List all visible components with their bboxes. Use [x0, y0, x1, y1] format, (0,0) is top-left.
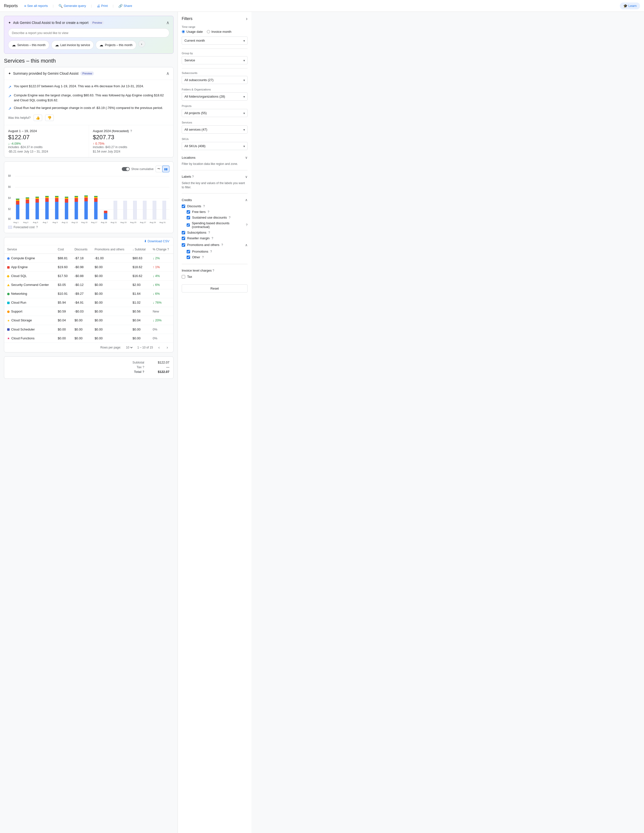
cell-change: ↓ 76% — [150, 298, 173, 307]
cell-discounts: -$9.27 — [71, 289, 92, 298]
chips-next-button[interactable]: › — [138, 40, 145, 47]
cell-cost: $3.05 — [55, 280, 71, 289]
credits-header[interactable]: Credits ∧ — [182, 196, 248, 203]
other-help-icon[interactable]: ? — [202, 256, 204, 259]
svg-rect-51 — [143, 201, 147, 219]
chip-services-this-month[interactable]: ☁ Services – this month — [8, 40, 49, 50]
cell-discounts: $0.00 — [71, 316, 92, 325]
chip-last-invoice[interactable]: ☁ Last invoice by service — [51, 40, 94, 50]
gemini-input[interactable] — [8, 28, 169, 37]
promotions-others-checkbox[interactable]: Promotions and others ? — [182, 242, 223, 248]
chip-projects-this-month[interactable]: ☁ Projects – this month — [96, 40, 136, 50]
group-by-select[interactable]: Service Project SKU — [182, 56, 248, 64]
free-tiers-help-icon[interactable]: ? — [208, 210, 209, 214]
line-chart-button[interactable]: 〜 — [156, 166, 162, 172]
filters-expand-button[interactable]: › — [246, 16, 248, 21]
tax-checkbox[interactable]: Tax — [182, 274, 248, 280]
summary-collapse-button[interactable]: ∧ — [166, 71, 169, 76]
see-all-reports-button[interactable]: ≡ See all reports — [22, 2, 50, 10]
locations-header[interactable]: Locations ∨ — [182, 154, 248, 161]
invoice-charges-help-icon[interactable]: ? — [213, 269, 214, 272]
svg-rect-48 — [114, 201, 117, 219]
usage-date-radio[interactable]: Usage date — [182, 30, 203, 34]
metric-period-1: August 1 – 19, 2024 — [8, 129, 85, 133]
top-nav: Reports ≡ See all reports | 🔍 Generate q… — [0, 0, 644, 12]
folders-select[interactable]: All folders/organizations (28) — [182, 92, 248, 101]
skus-select-wrapper: All SKUs (408) — [182, 142, 248, 150]
share-button[interactable]: 🔗 Share — [116, 2, 135, 10]
print-button[interactable]: 🖨 Print — [94, 2, 110, 10]
sustained-use-help-icon[interactable]: ? — [229, 216, 230, 219]
skus-select[interactable]: All SKUs (408) — [182, 142, 248, 150]
rows-per-page-select[interactable]: 10 25 50 — [125, 346, 134, 349]
download-csv-button[interactable]: ⬇ Download CSV — [144, 239, 169, 243]
projects-select-wrapper: All projects (55) — [182, 109, 248, 117]
sustained-use-checkbox[interactable]: Sustained use discounts ? — [187, 215, 248, 220]
cumulative-toggle[interactable]: Show cumulative — [122, 167, 154, 171]
svg-text:Aug 21: Aug 21 — [111, 221, 117, 224]
table-row: ★Cloud Functions $0.00 $0.00 $0.00 $0.00… — [4, 334, 173, 343]
current-month-select[interactable]: Current month Last month Last 3 months C… — [182, 37, 248, 45]
svg-rect-20 — [35, 198, 39, 199]
services-select[interactable]: All services (47) — [182, 125, 248, 133]
generate-query-button[interactable]: 🔍 Generate query — [56, 2, 88, 10]
total-value: $122.07 — [152, 370, 169, 374]
list-icon: ≡ — [24, 4, 26, 8]
cell-change: ↓ 6% — [150, 289, 173, 298]
subscriptions-help-icon[interactable]: ? — [208, 231, 210, 234]
promotions-checkbox[interactable]: Promotions ? — [187, 249, 248, 254]
svg-text:Aug 1: Aug 1 — [13, 221, 18, 224]
next-page-button[interactable]: › — [165, 345, 169, 350]
bar-chart-button[interactable]: ▮▮ — [163, 166, 169, 172]
table-row: Security Command Center $3.05 -$0.12 $0.… — [4, 280, 173, 289]
main-layout: ✦ Ask Gemini Cloud Assist to find or cre… — [0, 12, 644, 833]
svg-rect-31 — [65, 199, 68, 203]
promotions-others-header[interactable]: Promotions and others ? ∧ — [182, 241, 248, 249]
labels-header[interactable]: Labels ? ∨ — [182, 173, 248, 180]
cell-discounts: -$0.03 — [71, 307, 92, 316]
subaccounts-select[interactable]: All subaccounts (27) — [182, 76, 248, 84]
time-range-section: Time range Usage date Invoice month Curr… — [182, 26, 248, 45]
svg-rect-53 — [163, 201, 166, 219]
forecast-help-icon[interactable]: ? — [130, 129, 132, 133]
invoice-month-radio[interactable]: Invoice month — [207, 30, 232, 34]
learn-button[interactable]: 🎓 Learn — [620, 2, 640, 10]
forecast-legend-help-icon[interactable]: ? — [36, 225, 38, 229]
svg-rect-40 — [84, 196, 88, 198]
promotions-help-icon[interactable]: ? — [210, 250, 212, 253]
rows-per-page-label: Rows per page: — [100, 346, 121, 349]
svg-text:$2: $2 — [8, 208, 11, 211]
spending-based-checkbox[interactable]: Spending based discounts (contractual) ? — [187, 220, 248, 230]
spending-based-help-icon[interactable]: ? — [246, 223, 248, 227]
gemini-collapse-button[interactable]: ∧ — [166, 20, 169, 26]
prev-page-button[interactable]: ‹ — [157, 345, 161, 350]
thumb-up-button[interactable]: 👍 — [34, 114, 42, 121]
reseller-margin-checkbox[interactable]: Reseller margin ? — [182, 235, 248, 241]
discounts-checkbox[interactable]: Discounts ? — [182, 203, 248, 209]
labels-help-icon[interactable]: ? — [192, 175, 194, 178]
cell-service: ★Cloud Storage — [4, 316, 55, 325]
totals-card: Subtotal $122.07 Tax ? — Total ? $122.07 — [4, 356, 174, 379]
tax-help-icon[interactable]: ? — [143, 365, 144, 369]
total-help-icon[interactable]: ? — [143, 370, 144, 374]
cell-promotions: $0.00 — [92, 263, 130, 272]
free-tiers-checkbox[interactable]: Free tiers ? — [187, 209, 248, 215]
other-checkbox[interactable]: Other ? — [187, 254, 248, 260]
cell-promotions: $0.00 — [92, 298, 130, 307]
svg-rect-13 — [16, 199, 19, 199]
table-section: ⬇ Download CSV Service Cost Discounts Pr… — [4, 237, 174, 352]
cell-service: Compute Engine — [4, 254, 55, 263]
reset-button[interactable]: Reset — [182, 285, 248, 293]
reseller-help-icon[interactable]: ? — [211, 236, 213, 240]
promotions-others-help-icon[interactable]: ? — [221, 243, 223, 247]
cell-cost: $19.60 — [55, 263, 71, 272]
table-header-row: Service Cost Discounts Promotions and ot… — [4, 245, 173, 254]
svg-rect-11 — [16, 201, 19, 204]
subscriptions-checkbox[interactable]: Subscriptions ? — [182, 230, 248, 235]
projects-select[interactable]: All projects (55) — [182, 109, 248, 117]
thumb-down-button[interactable]: 👎 — [45, 114, 54, 121]
svg-text:Aug 17: Aug 17 — [91, 221, 97, 224]
discounts-help-icon[interactable]: ? — [203, 204, 205, 208]
group-by-select-wrapper: Service Project SKU — [182, 56, 248, 64]
cell-service: Networking — [4, 289, 55, 298]
